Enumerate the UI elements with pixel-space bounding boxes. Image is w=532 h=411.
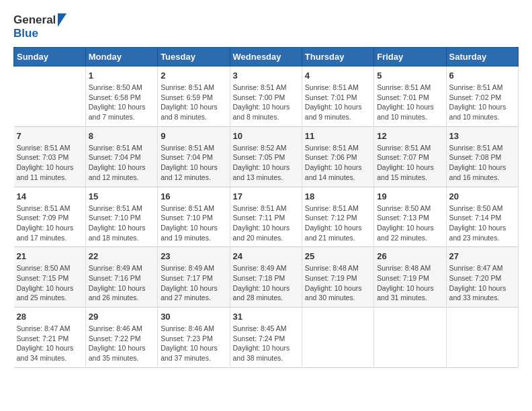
day-info: Sunrise: 8:46 AMSunset: 7:22 PMDaylight:…	[89, 324, 154, 363]
day-number: 24	[233, 251, 299, 261]
day-info: Sunrise: 8:48 AMSunset: 7:19 PMDaylight:…	[377, 263, 443, 303]
day-info: Sunrise: 8:51 AMSunset: 7:10 PMDaylight:…	[89, 203, 154, 243]
calendar-week-row: 14Sunrise: 8:51 AMSunset: 7:09 PMDayligh…	[14, 187, 519, 247]
calendar-cell: 24Sunrise: 8:49 AMSunset: 7:18 PMDayligh…	[230, 247, 302, 308]
calendar-cell: 17Sunrise: 8:51 AMSunset: 7:11 PMDayligh…	[230, 187, 302, 247]
logo-blue: Blue	[13, 27, 38, 40]
day-info: Sunrise: 8:50 AMSunset: 7:14 PMDaylight:…	[449, 203, 515, 243]
calendar-cell: 20Sunrise: 8:50 AMSunset: 7:14 PMDayligh…	[446, 187, 518, 247]
day-info: Sunrise: 8:51 AMSunset: 7:10 PMDaylight:…	[161, 203, 226, 243]
day-number: 8	[89, 131, 154, 141]
day-info: Sunrise: 8:51 AMSunset: 7:11 PMDaylight:…	[233, 203, 299, 243]
day-number: 23	[161, 251, 226, 261]
day-number: 14	[17, 191, 83, 201]
calendar-cell: 8Sunrise: 8:51 AMSunset: 7:04 PMDaylight…	[85, 126, 157, 187]
calendar-cell: 5Sunrise: 8:51 AMSunset: 7:01 PMDaylight…	[374, 66, 446, 127]
day-info: Sunrise: 8:51 AMSunset: 7:12 PMDaylight:…	[305, 203, 371, 243]
day-info: Sunrise: 8:51 AMSunset: 7:03 PMDaylight:…	[17, 143, 83, 183]
day-info: Sunrise: 8:51 AMSunset: 7:08 PMDaylight:…	[449, 143, 515, 183]
day-of-week-header: Thursday	[302, 48, 373, 66]
calendar-cell: 9Sunrise: 8:51 AMSunset: 7:04 PMDaylight…	[158, 126, 230, 187]
day-number: 4	[305, 71, 371, 81]
calendar-cell: 26Sunrise: 8:48 AMSunset: 7:19 PMDayligh…	[374, 247, 446, 308]
day-of-week-header: Sunday	[14, 48, 86, 66]
day-number: 2	[161, 71, 226, 81]
calendar-table: SundayMondayTuesdayWednesdayThursdayFrid…	[13, 47, 519, 368]
day-number: 11	[305, 131, 371, 141]
calendar-week-row: 28Sunrise: 8:47 AMSunset: 7:21 PMDayligh…	[14, 308, 519, 368]
day-number: 21	[17, 251, 83, 261]
day-info: Sunrise: 8:51 AMSunset: 7:09 PMDaylight:…	[17, 203, 83, 243]
day-of-week-header: Wednesday	[230, 48, 302, 66]
day-number: 3	[233, 71, 299, 81]
calendar-cell: 23Sunrise: 8:49 AMSunset: 7:17 PMDayligh…	[158, 247, 230, 308]
calendar-cell: 18Sunrise: 8:51 AMSunset: 7:12 PMDayligh…	[302, 187, 373, 247]
logo-general: General	[13, 13, 56, 27]
calendar-cell: 27Sunrise: 8:47 AMSunset: 7:20 PMDayligh…	[446, 247, 518, 308]
day-info: Sunrise: 8:50 AMSunset: 7:15 PMDaylight:…	[17, 263, 83, 303]
page-header: General Blue	[13, 13, 519, 40]
day-info: Sunrise: 8:51 AMSunset: 7:01 PMDaylight:…	[305, 83, 371, 122]
day-info: Sunrise: 8:46 AMSunset: 7:23 PMDaylight:…	[161, 324, 226, 363]
day-of-week-header: Monday	[85, 48, 157, 66]
calendar-cell: 12Sunrise: 8:51 AMSunset: 7:07 PMDayligh…	[374, 126, 446, 187]
calendar-cell	[374, 308, 446, 368]
day-info: Sunrise: 8:47 AMSunset: 7:21 PMDaylight:…	[17, 324, 83, 363]
calendar-cell: 2Sunrise: 8:51 AMSunset: 6:59 PMDaylight…	[158, 66, 230, 127]
day-number: 20	[449, 191, 515, 201]
calendar-cell: 13Sunrise: 8:51 AMSunset: 7:08 PMDayligh…	[446, 126, 518, 187]
calendar-cell: 3Sunrise: 8:51 AMSunset: 7:00 PMDaylight…	[230, 66, 302, 127]
calendar-cell: 16Sunrise: 8:51 AMSunset: 7:10 PMDayligh…	[158, 187, 230, 247]
calendar-cell: 6Sunrise: 8:51 AMSunset: 7:02 PMDaylight…	[446, 66, 518, 127]
day-number: 10	[233, 131, 299, 141]
calendar-cell: 15Sunrise: 8:51 AMSunset: 7:10 PMDayligh…	[85, 187, 157, 247]
calendar-cell: 22Sunrise: 8:49 AMSunset: 7:16 PMDayligh…	[85, 247, 157, 308]
calendar-header-row: SundayMondayTuesdayWednesdayThursdayFrid…	[14, 48, 519, 66]
day-info: Sunrise: 8:50 AMSunset: 7:13 PMDaylight:…	[377, 203, 443, 243]
calendar-cell: 11Sunrise: 8:51 AMSunset: 7:06 PMDayligh…	[302, 126, 373, 187]
calendar-cell: 4Sunrise: 8:51 AMSunset: 7:01 PMDaylight…	[302, 66, 373, 127]
day-info: Sunrise: 8:48 AMSunset: 7:19 PMDaylight:…	[305, 263, 371, 303]
calendar-cell: 19Sunrise: 8:50 AMSunset: 7:13 PMDayligh…	[374, 187, 446, 247]
day-of-week-header: Friday	[374, 48, 446, 66]
day-number: 27	[449, 251, 515, 261]
calendar-cell: 21Sunrise: 8:50 AMSunset: 7:15 PMDayligh…	[14, 247, 86, 308]
day-of-week-header: Saturday	[446, 48, 518, 66]
day-of-week-header: Tuesday	[158, 48, 230, 66]
logo-icon	[58, 13, 66, 27]
day-number: 31	[233, 312, 299, 322]
calendar-cell: 29Sunrise: 8:46 AMSunset: 7:22 PMDayligh…	[85, 308, 157, 368]
calendar-cell	[302, 308, 373, 368]
calendar-week-row: 7Sunrise: 8:51 AMSunset: 7:03 PMDaylight…	[14, 126, 519, 187]
calendar-cell: 1Sunrise: 8:50 AMSunset: 6:58 PMDaylight…	[85, 66, 157, 127]
day-info: Sunrise: 8:51 AMSunset: 7:04 PMDaylight:…	[161, 143, 226, 183]
day-info: Sunrise: 8:49 AMSunset: 7:18 PMDaylight:…	[233, 263, 299, 303]
day-info: Sunrise: 8:51 AMSunset: 7:02 PMDaylight:…	[449, 83, 515, 122]
calendar-cell: 14Sunrise: 8:51 AMSunset: 7:09 PMDayligh…	[14, 187, 86, 247]
day-number: 28	[17, 312, 83, 322]
calendar-cell: 10Sunrise: 8:52 AMSunset: 7:05 PMDayligh…	[230, 126, 302, 187]
day-number: 30	[161, 312, 226, 322]
day-number: 26	[377, 251, 443, 261]
logo: General Blue	[13, 13, 66, 40]
day-info: Sunrise: 8:51 AMSunset: 7:07 PMDaylight:…	[377, 143, 443, 183]
day-number: 7	[17, 131, 83, 141]
day-number: 19	[377, 191, 443, 201]
day-number: 29	[89, 312, 154, 322]
calendar-cell: 25Sunrise: 8:48 AMSunset: 7:19 PMDayligh…	[302, 247, 373, 308]
calendar-week-row: 1Sunrise: 8:50 AMSunset: 6:58 PMDaylight…	[14, 66, 519, 127]
calendar-cell: 7Sunrise: 8:51 AMSunset: 7:03 PMDaylight…	[14, 126, 86, 187]
day-info: Sunrise: 8:51 AMSunset: 7:01 PMDaylight:…	[377, 83, 443, 122]
calendar-cell	[14, 66, 86, 127]
day-info: Sunrise: 8:45 AMSunset: 7:24 PMDaylight:…	[233, 324, 299, 363]
calendar-week-row: 21Sunrise: 8:50 AMSunset: 7:15 PMDayligh…	[14, 247, 519, 308]
day-info: Sunrise: 8:51 AMSunset: 7:00 PMDaylight:…	[233, 83, 299, 122]
calendar-cell: 31Sunrise: 8:45 AMSunset: 7:24 PMDayligh…	[230, 308, 302, 368]
calendar-cell: 30Sunrise: 8:46 AMSunset: 7:23 PMDayligh…	[158, 308, 230, 368]
day-number: 12	[377, 131, 443, 141]
day-number: 22	[89, 251, 154, 261]
day-info: Sunrise: 8:49 AMSunset: 7:16 PMDaylight:…	[89, 263, 154, 303]
day-number: 9	[161, 131, 226, 141]
calendar-cell: 28Sunrise: 8:47 AMSunset: 7:21 PMDayligh…	[14, 308, 86, 368]
day-info: Sunrise: 8:51 AMSunset: 6:59 PMDaylight:…	[161, 83, 226, 122]
